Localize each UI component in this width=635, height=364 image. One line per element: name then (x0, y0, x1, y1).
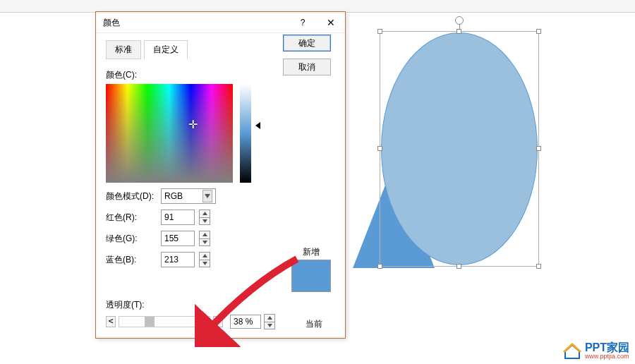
tab-custom[interactable]: 自定义 (144, 40, 188, 59)
logo-url: www.pptjia.com (585, 353, 629, 360)
annotation-arrow-icon (195, 255, 301, 347)
cancel-button[interactable]: 取消 (283, 59, 331, 75)
resize-handle-t[interactable] (456, 29, 461, 34)
color-mode-select[interactable]: RGB (161, 188, 216, 204)
slider-prev-button[interactable]: < (106, 316, 116, 327)
spin-up-icon[interactable] (200, 210, 210, 217)
resize-handle-br[interactable] (536, 264, 541, 269)
transparency-spinner[interactable] (264, 314, 275, 329)
resize-handle-b[interactable] (456, 264, 461, 269)
red-spinner[interactable] (199, 210, 210, 225)
resize-handle-tl[interactable] (377, 29, 382, 34)
transparency-slider[interactable] (119, 316, 210, 327)
transparency-input[interactable]: 38 % (230, 315, 261, 329)
mode-label: 颜色模式(D): (106, 190, 157, 202)
logo-text: PPT家园 (585, 343, 629, 353)
chevron-down-icon (202, 190, 212, 202)
luminance-pointer-icon (255, 122, 260, 129)
ok-button[interactable]: 确定 (283, 35, 331, 51)
slide-canvas (351, 21, 570, 275)
tab-standard[interactable]: 标准 (106, 40, 141, 59)
spin-down-icon[interactable] (265, 322, 274, 329)
green-input[interactable]: 155 (161, 231, 195, 246)
current-label: 当前 (306, 318, 322, 330)
red-input[interactable]: 91 (161, 210, 195, 225)
rotate-handle[interactable] (455, 16, 464, 25)
red-label: 红色(R): (106, 212, 157, 224)
house-icon (562, 343, 582, 360)
help-button[interactable]: ? (289, 12, 317, 33)
green-label: 绿色(G): (106, 233, 157, 245)
new-label: 新增 (291, 246, 331, 258)
resize-handle-bl[interactable] (377, 264, 382, 269)
slider-thumb[interactable] (145, 317, 155, 327)
blue-input[interactable]: 213 (161, 252, 195, 267)
tabs: 标准 自定义 (106, 40, 188, 59)
new-swatch (291, 260, 331, 292)
swatch-area: 新增 (291, 246, 331, 292)
watermark-logo: PPT家园 www.pptjia.com (562, 343, 629, 360)
spin-down-icon[interactable] (200, 238, 210, 246)
spin-up-icon[interactable] (265, 315, 274, 322)
resize-handle-tr[interactable] (536, 29, 541, 34)
green-spinner[interactable] (199, 231, 210, 246)
blue-spinner[interactable] (199, 252, 210, 267)
blue-label: 蓝色(B): (106, 254, 157, 266)
dialog-titlebar[interactable]: 颜色 ? ✕ (96, 12, 345, 33)
luminance-bar[interactable] (240, 84, 251, 183)
color-dialog: 颜色 ? ✕ 标准 自定义 确定 取消 颜色(C): ✛ 颜色模式(D): RG… (95, 11, 346, 339)
resize-handle-r[interactable] (536, 146, 541, 151)
resize-handle-l[interactable] (377, 146, 382, 151)
spin-down-icon[interactable] (200, 260, 210, 267)
slider-next-button[interactable]: > (213, 316, 223, 327)
spin-up-icon[interactable] (200, 253, 210, 260)
selection-box (380, 31, 539, 267)
spin-up-icon[interactable] (200, 231, 210, 238)
spin-down-icon[interactable] (200, 217, 210, 225)
transparency-label: 透明度(T): (106, 299, 145, 311)
dialog-title: 颜色 (96, 12, 289, 33)
close-button[interactable]: ✕ (317, 12, 345, 33)
mode-value: RGB (164, 191, 183, 201)
color-picker-area[interactable]: ✛ (106, 84, 233, 183)
